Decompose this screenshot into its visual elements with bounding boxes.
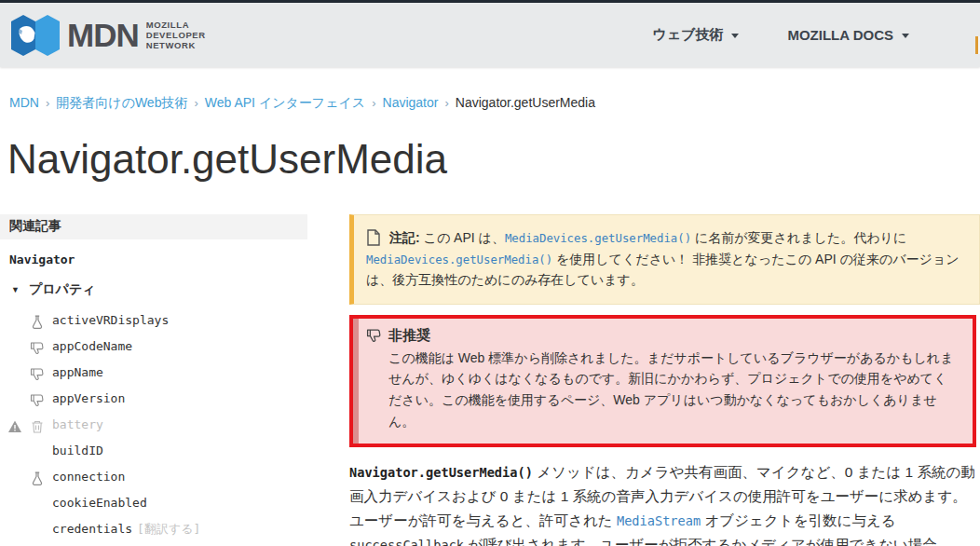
sidebar-item-label: battery xyxy=(52,417,103,431)
sidebar-item-appCodeName[interactable]: appCodeName xyxy=(0,334,307,360)
mdn-logo-icon xyxy=(11,15,60,56)
sidebar-item-label: credentials xyxy=(52,522,132,536)
breadcrumb-separator: › xyxy=(46,96,49,110)
annotation-highlight: 非推奨 この機能は Web 標準から削除されました。まだサポートしているブラウザ… xyxy=(349,315,976,448)
note-text: 注記: この API は、MediaDevices.getUserMedia()… xyxy=(366,230,960,287)
thumbs-down-icon xyxy=(366,328,382,344)
content-columns: 関連記事 Navigator ▼ プロパティ activeVRDisplaysa… xyxy=(0,214,980,546)
thumbs-down-icon xyxy=(30,391,45,406)
text-segment: Navigator.getUserMedia() xyxy=(349,465,533,480)
sidebar-item-activeVRDisplays[interactable]: activeVRDisplays xyxy=(0,307,307,334)
deprecated-body: この機能は Web 標準から削除されました。まだサポートしているブラウザーがある… xyxy=(388,348,960,432)
sidebar-item-label: appName xyxy=(52,365,103,379)
sidebar-item-cookieEnabled[interactable]: cookieEnabled xyxy=(0,490,307,516)
sidebar-root-link[interactable]: Navigator xyxy=(9,253,307,266)
warning-icon xyxy=(7,417,22,432)
breadcrumb: MDN›開発者向けのWeb技術›Web API インターフェイス›Navigat… xyxy=(9,95,980,112)
sidebar-item-label: cookieEnabled xyxy=(52,496,147,510)
trash-icon xyxy=(30,417,45,432)
sidebar-item-label: buildID xyxy=(52,444,103,457)
thumbs-down-icon xyxy=(30,365,45,380)
site-header: MDN MOZILLA DEVELOPER NETWORK ウェブ技術MOZIL… xyxy=(0,3,980,67)
breadcrumb-link[interactable]: MDN xyxy=(9,95,39,110)
sidebar-item-credentials[interactable]: credentials[翻訳する] xyxy=(0,516,307,542)
description-paragraph: Navigator.getUserMedia() メソッドは、カメラや共有画面、… xyxy=(349,460,980,546)
deprecated-title: 非推奨 xyxy=(388,327,430,345)
breadcrumb-link[interactable]: Navigator xyxy=(383,95,439,110)
header-nav: ウェブ技術MOZILLA DOCS xyxy=(652,3,909,67)
chevron-down-icon xyxy=(902,34,909,38)
breadcrumb-link[interactable]: 開発者向けのWeb技術 xyxy=(56,95,187,110)
sidebar-item-label: appVersion xyxy=(52,391,125,405)
sidebar-item-appName[interactable]: appName xyxy=(0,360,307,386)
text-segment: が呼び出されます。ユーザーが拒否するかメディアが使用できない場合、 xyxy=(464,537,951,546)
sidebar-item-doNotTrack[interactable]: doNotTrack xyxy=(0,542,307,546)
breadcrumb-separator: › xyxy=(194,96,197,110)
logo-text: MDN xyxy=(67,17,139,54)
breadcrumb-separator: › xyxy=(372,96,375,110)
sidebar: 関連記事 Navigator ▼ プロパティ activeVRDisplaysa… xyxy=(0,214,307,546)
sidebar-item-connection[interactable]: connection xyxy=(0,464,307,490)
sidebar-item-label: activeVRDisplays xyxy=(52,313,169,327)
mdn-logo[interactable]: MDN MOZILLA DEVELOPER NETWORK xyxy=(11,15,206,56)
deprecated-box: 非推奨 この機能は Web 標準から削除されました。まだサポートしているブラウザ… xyxy=(353,319,973,444)
chevron-down-icon xyxy=(731,34,739,38)
edge-search-widget[interactable] xyxy=(975,36,980,54)
sidebar-item-buildID[interactable]: buildID xyxy=(0,438,307,464)
nav-menu-ウェブ技術[interactable]: ウェブ技術 xyxy=(652,26,739,44)
sidebar-section-properties[interactable]: ▼ プロパティ xyxy=(11,281,307,298)
sidebar-item-appVersion[interactable]: appVersion xyxy=(0,386,307,412)
text-segment: 注記: xyxy=(389,230,424,245)
text-segment: に名前が変更されました。代わりに xyxy=(691,230,906,245)
breadcrumb-link[interactable]: Web API インターフェイス xyxy=(205,95,365,110)
nav-menu-label: ウェブ技術 xyxy=(652,26,723,44)
logo-subtext: MOZILLA DEVELOPER NETWORK xyxy=(146,20,206,51)
nav-menu-mozilla-docs[interactable]: MOZILLA DOCS xyxy=(787,27,909,43)
sidebar-heading: 関連記事 xyxy=(0,214,307,239)
text-segment: successCallback xyxy=(349,538,464,546)
sidebar-section-label: プロパティ xyxy=(29,281,96,298)
flask-icon xyxy=(30,470,45,485)
thumbs-down-icon xyxy=(30,339,45,354)
breadcrumb-current: Navigator.getUserMedia xyxy=(456,95,595,110)
code-link[interactable]: MediaDevices.getUserMedia() xyxy=(366,253,552,266)
sidebar-property-list: activeVRDisplaysappCodeNameappNameappVer… xyxy=(0,307,307,546)
sidebar-item-label: appCodeName xyxy=(52,339,132,353)
nav-menu-label: MOZILLA DOCS xyxy=(787,27,893,43)
sidebar-item-battery[interactable]: battery xyxy=(0,412,307,438)
code-link[interactable]: MediaDevices.getUserMedia() xyxy=(505,232,691,245)
translate-suffix: [翻訳する] xyxy=(137,522,200,536)
deprecated-heading: 非推奨 xyxy=(366,327,960,345)
sidebar-item-label: connection xyxy=(52,470,125,484)
flask-icon xyxy=(30,313,45,328)
text-segment: オブジェクトを引数に与える xyxy=(701,512,895,528)
page-title: Navigator.getUserMedia xyxy=(7,136,980,183)
main-content: 注記: この API は、MediaDevices.getUserMedia()… xyxy=(349,214,980,546)
note-icon xyxy=(366,229,381,246)
note-box: 注記: この API は、MediaDevices.getUserMedia()… xyxy=(349,214,980,305)
text-segment: この API は、 xyxy=(424,230,505,245)
code-link[interactable]: MediaStream xyxy=(617,513,701,528)
chevron-down-icon: ▼ xyxy=(11,285,20,294)
breadcrumb-separator: › xyxy=(444,96,448,110)
